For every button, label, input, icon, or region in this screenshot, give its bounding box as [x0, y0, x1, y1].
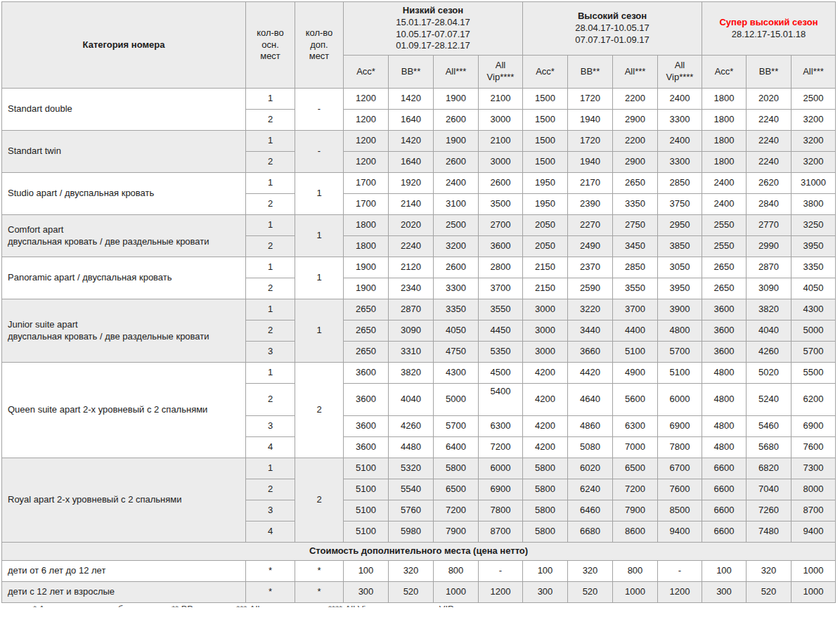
occupancy-cell: 3 — [246, 342, 295, 363]
price-cell: 2100 — [479, 89, 523, 110]
price-cell: 4800 — [702, 437, 747, 458]
price-cell: 4400 — [613, 320, 658, 342]
board-column-header: All Vip**** — [479, 56, 523, 89]
price-cell: 4900 — [613, 363, 658, 384]
price-cell: 5700 — [791, 342, 836, 363]
price-cell: 5020 — [747, 363, 791, 384]
price-cell: 3600 — [344, 416, 389, 437]
board-column-header: All*** — [613, 56, 658, 89]
price-cell: 5240 — [747, 384, 791, 416]
price-cell: 320 — [568, 561, 613, 582]
price-cell: 5400 — [479, 384, 523, 416]
occupancy-cell: 3 — [246, 416, 295, 437]
price-cell: 2050 — [523, 236, 568, 257]
table-body: Standart double1-12001420190021001500172… — [2, 89, 836, 603]
price-cell: 3350 — [791, 257, 836, 278]
price-cell: 1950 — [523, 194, 568, 215]
price-cell: 3850 — [658, 236, 702, 257]
price-cell: 5100 — [658, 363, 702, 384]
extra-row-name: дети с 12 лет и взрослые — [2, 582, 246, 603]
occupancy-cell: 1 — [246, 215, 295, 236]
price-cell: 5500 — [791, 363, 836, 384]
price-cell: 8600 — [613, 521, 658, 543]
table-head: Категория номеракол-во осн. месткол-во д… — [2, 2, 836, 89]
price-cell: 4800 — [702, 363, 747, 384]
price-cell: 5800 — [523, 500, 568, 521]
extra-main-cell: * — [246, 561, 295, 582]
extra-row-name: дети от 6 лет до 12 лет — [2, 561, 246, 582]
season-title: Супер высокий сезон — [704, 17, 833, 29]
price-cell: 3600 — [344, 437, 389, 458]
price-cell: 2600 — [479, 173, 523, 194]
price-cell: 4050 — [791, 278, 836, 299]
price-cell: 7900 — [434, 521, 479, 543]
board-column-header: All Vip**** — [658, 56, 702, 89]
price-cell: 1720 — [568, 89, 613, 110]
price-cell: 6300 — [479, 416, 523, 437]
price-cell: 4800 — [702, 416, 747, 437]
room-name-line2: двуспальная кровать / две раздельные кро… — [8, 331, 240, 343]
price-cell: 5800 — [523, 521, 568, 543]
price-cell: - — [479, 561, 523, 582]
price-cell: 2490 — [568, 236, 613, 257]
price-cell: 2650 — [702, 278, 747, 299]
price-cell: 2370 — [568, 257, 613, 278]
price-cell: 2700 — [479, 215, 523, 236]
price-cell: 2590 — [568, 278, 613, 299]
main-places-column-header: кол-во осн. мест — [246, 2, 295, 89]
price-cell: 2950 — [658, 215, 702, 236]
price-cell: 3750 — [658, 194, 702, 215]
room-name: Panoramic apart / двуспальная кровать — [8, 272, 240, 284]
price-cell: 6600 — [702, 500, 747, 521]
price-cell: 2140 — [389, 194, 434, 215]
price-cell: 4420 — [568, 363, 613, 384]
price-cell: 3600 — [702, 342, 747, 363]
add-places-column-header: кол-во доп. мест — [295, 2, 344, 89]
room-row: Studio apart / двуспальная кровать111700… — [2, 173, 836, 194]
price-cell: 1000 — [791, 582, 836, 603]
price-cell: 6820 — [747, 458, 791, 479]
price-cell: 4050 — [434, 320, 479, 342]
extra-place-section-title: Стоимость дополнительного места (цена не… — [2, 543, 836, 561]
room-row: Standart twin1-1200142019002100150017202… — [2, 131, 836, 152]
price-cell: 1500 — [523, 152, 568, 173]
price-cell: 1800 — [702, 131, 747, 152]
price-cell: 6900 — [479, 479, 523, 500]
room-row: Standart double1-12001420190021001500172… — [2, 89, 836, 110]
room-name: Standart double — [8, 103, 240, 115]
price-cell: 1640 — [389, 110, 434, 131]
price-cell: 3820 — [747, 299, 791, 320]
price-cell: 8700 — [791, 500, 836, 521]
room-category: Studio apart / двуспальная кровать — [2, 173, 246, 215]
price-cell: 4260 — [747, 342, 791, 363]
room-row: Royal apart 2-х уровневый с 2 спальнями1… — [2, 458, 836, 479]
price-cell: 31000 — [791, 173, 836, 194]
occupancy-cell: 1 — [246, 89, 295, 110]
price-cell: 5100 — [344, 521, 389, 543]
price-cell: 6680 — [568, 521, 613, 543]
extra-add-cell: * — [295, 561, 344, 582]
price-cell: 100 — [523, 561, 568, 582]
board-column-header: All*** — [791, 56, 836, 89]
price-cell: 4640 — [568, 384, 613, 416]
price-cell: 4040 — [389, 384, 434, 416]
price-cell: 3200 — [434, 236, 479, 257]
price-cell: 2050 — [523, 215, 568, 236]
price-cell: 1200 — [344, 110, 389, 131]
price-cell: 5700 — [658, 342, 702, 363]
price-cell: 5100 — [344, 479, 389, 500]
price-cell: 6700 — [658, 458, 702, 479]
room-row: Queen suite apart 2-х уровневый с 2 спал… — [2, 363, 836, 384]
price-cell: 4480 — [389, 437, 434, 458]
price-cell: 320 — [747, 561, 791, 582]
occupancy-cell: 2 — [246, 194, 295, 215]
price-cell: 6600 — [702, 479, 747, 500]
price-cell: 7300 — [791, 458, 836, 479]
price-cell: 7480 — [747, 521, 791, 543]
price-cell: 3050 — [658, 257, 702, 278]
price-cell: 2200 — [613, 131, 658, 152]
price-cell: 2240 — [747, 110, 791, 131]
occupancy-cell: 4 — [246, 521, 295, 543]
price-cell: 3090 — [747, 278, 791, 299]
price-cell: 7000 — [613, 437, 658, 458]
